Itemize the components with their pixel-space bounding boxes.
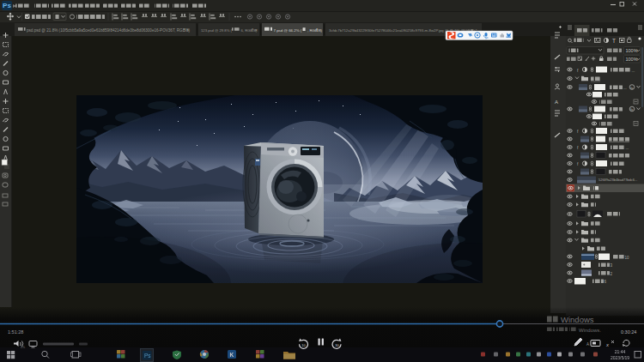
- svg-text:3: 3: [611, 263, 613, 268]
- svg-text:Ps: Ps: [144, 353, 151, 359]
- svg-text:T: T: [612, 38, 616, 44]
- svg-text:10: 10: [301, 343, 306, 347]
- svg-text:100%: 100%: [626, 57, 638, 62]
- svg-text:2: 2: [611, 272, 613, 276]
- svg-text:f: f: [577, 68, 579, 73]
- svg-text:30: 30: [335, 343, 339, 347]
- svg-text:fx: fx: [630, 107, 633, 112]
- svg-text:fx: fx: [630, 86, 633, 90]
- svg-text:K: K: [230, 352, 234, 358]
- svg-text:f: f: [577, 145, 579, 150]
- svg-text:7.psd @ 66.2% (: 7.psd @ 66.2% (: [274, 28, 302, 33]
- svg-text:0:30:24: 0:30:24: [621, 329, 636, 335]
- svg-text:* ×: * ×: [184, 27, 189, 33]
- svg-text:f: f: [577, 161, 579, 166]
- svg-text:100%: 100%: [626, 48, 638, 53]
- svg-text:A: A: [586, 342, 589, 347]
- svg-text:6: 6: [605, 280, 607, 284]
- svg-text:...: ...: [626, 146, 629, 150]
- svg-text:Windows: Windows: [561, 315, 594, 324]
- svg-text:f: f: [577, 129, 579, 134]
- svg-text:0%: 0%: [21, 346, 25, 349]
- svg-text:1:51:28: 1:51:28: [8, 329, 23, 335]
- svg-text:psd.psd @ 21.8% (10f5cbb5a9a5c: psd.psd @ 21.8% (10f5cbb5a9a5ced0e61b859…: [27, 28, 191, 33]
- svg-text:...: ...: [632, 69, 635, 73]
- svg-text:123.psd @ 29.8% (: 123.psd @ 29.8% (: [201, 28, 233, 33]
- svg-text:21:44: 21:44: [615, 349, 626, 354]
- svg-text:* ×: * ×: [252, 27, 258, 33]
- svg-text:...: ...: [623, 86, 627, 90]
- svg-text:52f4f9a23b4bad77bdc6...: 52f4f9a23b4bad77bdc6...: [598, 178, 637, 182]
- svg-text:10: 10: [625, 256, 630, 260]
- svg-text:A: A: [555, 100, 558, 105]
- svg-text:Windows.: Windows.: [579, 328, 601, 333]
- svg-text:, RGB/8): , RGB/8): [307, 28, 323, 33]
- svg-text:x: x: [605, 342, 610, 347]
- svg-text:2023/5/19: 2023/5/19: [611, 355, 629, 360]
